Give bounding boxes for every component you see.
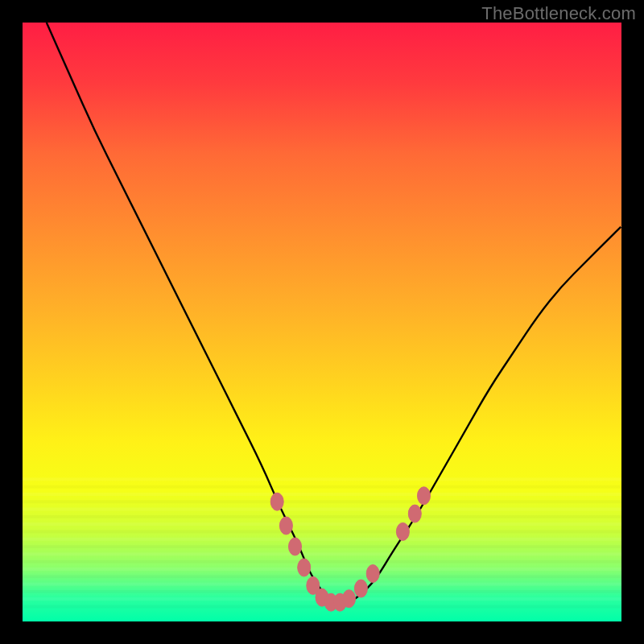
svg-rect-11 — [23, 560, 621, 564]
marker-dot — [418, 487, 431, 505]
svg-rect-6 — [23, 522, 621, 526]
svg-rect-2 — [23, 493, 621, 496]
svg-rect-0 — [23, 477, 621, 481]
svg-rect-9 — [23, 545, 621, 548]
plot-area — [23, 23, 621, 621]
marker-dot — [279, 517, 292, 535]
svg-rect-12 — [23, 568, 621, 571]
svg-rect-3 — [23, 500, 621, 503]
svg-rect-10 — [23, 552, 621, 555]
svg-rect-1 — [23, 485, 621, 489]
svg-rect-13 — [23, 575, 621, 578]
svg-rect-5 — [23, 515, 621, 518]
svg-rect-14 — [23, 583, 621, 586]
chart-frame: TheBottleneck.com — [0, 0, 644, 644]
marker-dot — [270, 493, 283, 510]
svg-rect-7 — [23, 530, 621, 534]
marker-dot — [396, 522, 409, 540]
marker-dot — [289, 538, 302, 555]
svg-rect-8 — [23, 538, 621, 541]
marker-dot — [298, 559, 311, 576]
watermark-text: TheBottleneck.com — [481, 3, 636, 24]
marker-dot — [408, 505, 421, 522]
marker-dot — [366, 565, 379, 583]
plot-svg — [23, 23, 621, 621]
svg-rect-4 — [23, 508, 621, 511]
marker-dot — [343, 590, 356, 608]
marker-dot — [354, 580, 367, 597]
